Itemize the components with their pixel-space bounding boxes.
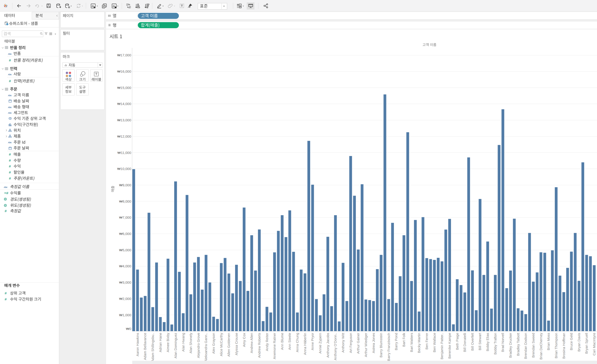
svg-text:Ben Ferrer: Ben Ferrer xyxy=(425,333,429,349)
svg-text:Bill Overfelt: Bill Overfelt xyxy=(470,333,474,351)
svg-text:Anna Häberlin: Anna Häberlin xyxy=(303,333,307,355)
svg-text:Amy Cox: Amy Cox xyxy=(242,333,246,347)
svg-text:₩0: ₩0 xyxy=(126,327,131,331)
svg-text:Adam Bellavance: Adam Bellavance xyxy=(143,333,147,360)
svg-text:Bart Watters: Bart Watters xyxy=(409,333,414,352)
svg-text:₩13,000: ₩13,000 xyxy=(117,118,131,122)
svg-text:₩11,000: ₩11,000 xyxy=(118,151,131,155)
svg-text:Bradley Talbott: Bradley Talbott xyxy=(516,333,520,356)
svg-text:Ann Blume: Ann Blume xyxy=(280,333,284,350)
svg-text:Berenike Kampe: Berenike Kampe xyxy=(448,333,451,359)
svg-text:Astrea Jones: Astrea Jones xyxy=(371,333,376,353)
svg-text:₩6,000: ₩6,000 xyxy=(119,232,131,236)
svg-text:Allen Goldenen: Allen Goldenen xyxy=(227,333,231,357)
svg-text:Barry Blumstein: Barry Blumstein xyxy=(379,333,383,357)
svg-text:₩15,000: ₩15,000 xyxy=(117,86,131,90)
svg-text:Barry Französisch: Barry Französisch xyxy=(387,333,391,361)
svg-text:₩14,000: ₩14,000 xyxy=(117,102,131,106)
svg-text:Brendan Sweed: Brendan Sweed xyxy=(531,333,535,358)
svg-text:Anna Chung: Anna Chung xyxy=(295,333,299,352)
svg-text:₩4,000: ₩4,000 xyxy=(119,264,131,268)
svg-text:₩5,000: ₩5,000 xyxy=(119,248,131,252)
svg-text:Alan Dominguez: Alan Dominguez xyxy=(173,333,177,358)
svg-text:Arthur Wiediger: Arthur Wiediger xyxy=(364,333,368,357)
svg-text:Annie Zypern: Annie Zypern xyxy=(318,333,322,354)
svg-text:Bill Donatelli: Bill Donatelli xyxy=(463,333,467,352)
svg-text:₩9,000: ₩9,000 xyxy=(119,183,131,187)
svg-text:Brosina Hoffman: Brosina Hoffman xyxy=(562,333,566,359)
svg-text:Adrian Hane: Adrian Hane xyxy=(158,333,162,352)
svg-text:Bradley Drucker: Bradley Drucker xyxy=(508,333,512,358)
svg-text:₩7,000: ₩7,000 xyxy=(119,215,131,219)
svg-text:Art Ferguson: Art Ferguson xyxy=(349,333,353,353)
svg-text:Alan Hwang: Alan Hwang xyxy=(181,333,185,352)
svg-text:Adam Shillingsbu..: Adam Shillingsbu.. xyxy=(151,333,155,362)
svg-text:₩3,000: ₩3,000 xyxy=(119,281,131,284)
svg-text:Ben Wallace: Ben Wallace xyxy=(432,333,436,352)
svg-text:Brendan Dodson: Brendan Dodson xyxy=(524,333,527,359)
svg-text:Alan Shonely: Alan Shonely xyxy=(189,333,193,354)
svg-text:₩12,000: ₩12,000 xyxy=(117,134,131,138)
svg-text:Brian Thompson: Brian Thompson xyxy=(554,333,558,358)
svg-text:₩2,000: ₩2,000 xyxy=(119,297,131,301)
svg-text:Bryan Spruell: Bryan Spruell xyxy=(584,333,588,354)
svg-text:₩8,000: ₩8,000 xyxy=(119,199,131,203)
svg-text:Benjamin Patter..: Benjamin Patter.. xyxy=(440,333,444,359)
svg-text:Alice McCarthy: Alice McCarthy xyxy=(219,333,223,356)
svg-text:Alex Grayson: Alex Grayson xyxy=(212,333,215,354)
svg-text:Andrew Roberts: Andrew Roberts xyxy=(257,333,261,358)
svg-text:Cari MacIntyre: Cari MacIntyre xyxy=(592,333,596,356)
svg-text:Anthony Witt: Anthony Witt xyxy=(341,333,345,353)
svg-text:Bruce Geld: Bruce Geld xyxy=(569,333,573,350)
svg-text:Arthur Gainer: Arthur Gainer xyxy=(356,333,360,354)
svg-text:₩10,000: ₩10,000 xyxy=(117,167,131,171)
svg-text:Becky Martin: Becky Martin xyxy=(417,333,421,353)
svg-text:Aaron Hawkins: Aaron Hawkins xyxy=(135,333,140,356)
svg-text:Bobby Elias: Bobby Elias xyxy=(486,333,489,351)
svg-text:₩17,000: ₩17,000 xyxy=(117,53,131,57)
svg-text:Anemone Ratner: Anemone Ratner xyxy=(272,333,276,359)
svg-text:Brian DeCherney: Brian DeCherney xyxy=(539,333,543,360)
svg-text:Brian Moss: Brian Moss xyxy=(546,333,550,350)
svg-text:Bobby Trafton: Bobby Trafton xyxy=(493,333,497,355)
svg-text:Beth Paige: Beth Paige xyxy=(455,333,459,350)
svg-text:Bart Folk: Bart Folk xyxy=(402,333,406,347)
svg-text:Aimee Bixby: Aimee Bixby xyxy=(166,333,170,352)
svg-text:Barry Pond: Barry Pond xyxy=(394,333,398,350)
svg-text:Andrew Allen: Andrew Allen xyxy=(250,333,253,353)
svg-text:Alejandro Grove: Alejandro Grove xyxy=(196,333,200,358)
svg-text:Anne Pryor: Anne Pryor xyxy=(310,333,314,350)
svg-text:Alyssa Crouse: Alyssa Crouse xyxy=(234,333,238,355)
svg-text:₩1,000: ₩1,000 xyxy=(119,313,131,317)
svg-text:Aleksandra Gann..: Aleksandra Gann.. xyxy=(204,333,208,362)
svg-text:₩16,000: ₩16,000 xyxy=(117,69,131,73)
svg-text:Anthony O'Donn..: Anthony O'Donn.. xyxy=(333,333,337,360)
svg-text:Bill Stewart: Bill Stewart xyxy=(478,333,482,350)
svg-text:Ann Steele: Ann Steele xyxy=(288,333,291,350)
svg-text:Anthony Jacobs: Anthony Jacobs xyxy=(326,333,330,358)
svg-text:Brad Norvell: Brad Norvell xyxy=(501,333,505,352)
svg-text:Bryan Davis: Bryan Davis xyxy=(577,333,581,352)
svg-text:Andy Reiter: Andy Reiter xyxy=(265,333,269,351)
